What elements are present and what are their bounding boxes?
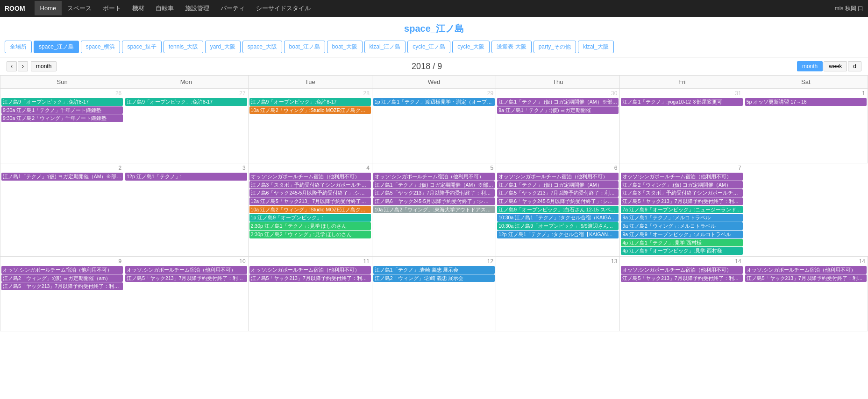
event-item[interactable]: 1p 江ノ島1「テクノ」渡辺様見学・測定（オープンピック・テクノ・ウィング） — [373, 98, 495, 106]
event-item[interactable]: オッソ:シンガポールチーム宿泊（他利用不可） — [373, 173, 495, 181]
event-item[interactable]: 10a 江ノ島2「ウィング」:Studio MOZE江ノ島クラス 10-11：3… — [249, 206, 371, 214]
event-item[interactable]: 江ノ島1「テクノ」:(仮) ヨガ定期開催（AM）※部屋変更可 — [373, 181, 495, 189]
day-number: 7 — [621, 164, 742, 173]
event-item[interactable]: オッソ:シンガポールチーム宿泊（他利用不可） — [621, 266, 742, 274]
event-item[interactable]: 9:30a 江ノ島1「テクノ」千年ノート鍛錬塾 — [1, 106, 123, 114]
next-button[interactable]: › — [18, 61, 28, 71]
event-item[interactable]: オッソ:シンガポールチーム宿泊（他利用不可） — [497, 173, 619, 181]
event-item[interactable]: オッソ:シンガポールチーム宿泊（他利用不可） — [125, 266, 247, 274]
event-item[interactable]: 江ノ島2「ウィング」:(仮) ヨガ定期開催（am） — [1, 274, 123, 282]
event-item[interactable]: 江ノ島1「テクノ」:yoga10-12 ※部屋変更可 — [621, 98, 742, 106]
event-item[interactable]: 江ノ島5「ヤック213」7月以降予約受付終了：利用不可（宿泊利用） — [497, 189, 619, 197]
event-item[interactable]: 江ノ島5「ヤック213」7月以降予約受付終了：利用不可 — [125, 274, 247, 282]
event-item[interactable]: 江ノ島1「テクノ」:(仮) ヨガ定期開催（AM）※部屋変更可 — [1, 173, 123, 181]
event-item[interactable]: 1p 江ノ島9「オープンピック」: — [249, 214, 371, 222]
event-item[interactable]: 10a 江ノ島2「ウィング」:Studio MOZE江ノ島クラス 10-11：3… — [249, 106, 371, 114]
view-btn-week[interactable]: week — [824, 61, 847, 71]
event-item[interactable]: 江ノ島9「オープンピック」:白石さん 12-15 スペースマーケット経由 — [497, 206, 619, 214]
nav-item-パーティ[interactable]: パーティ — [215, 1, 250, 15]
nav-item-自転車[interactable]: 自転車 — [150, 1, 179, 15]
event-item[interactable]: 2:30p 江ノ島2「ウィング」:見学 ほしのさん — [249, 231, 371, 238]
filter-tab-送迎表 大阪[interactable]: 送迎表 大阪 — [491, 41, 531, 53]
event-item[interactable]: 江ノ島2「ウィング」:岩崎 義忠 展示会 — [373, 274, 495, 282]
calendar-day: 6オッソ:シンガポールチーム宿泊（他利用不可）江ノ島1「テクノ」:(仮) ヨガ定… — [496, 163, 620, 257]
filter-tab-tennis_大阪[interactable]: tennis_大阪 — [164, 41, 203, 53]
nav-item-施設管理[interactable]: 施設管理 — [179, 1, 215, 15]
event-item[interactable]: 12a 江ノ島5「ヤック213」7月以降予約受付終了：利用不可（宿泊利用） — [249, 197, 371, 205]
event-item[interactable]: 江ノ島1「テクノ」:岩崎 義忠 展示会 — [373, 266, 495, 274]
event-item[interactable]: 江ノ島5「ヤック213」7月以降予約受付終了：利用不可 — [621, 274, 742, 282]
day-number: 14 — [621, 258, 742, 266]
event-item[interactable]: 江ノ島6「ヤック245-5月以降予約受付終了」:シンガポールチーム宿泊（他利用不… — [249, 189, 371, 197]
event-item[interactable]: 10:30a 江ノ島1「テクノ」:タクセル合宿（KAIGAN会議） — [497, 214, 619, 222]
event-item[interactable]: 江ノ島3「スタボ」予約受付終了シンガポールチーム宿泊（他利用不可） — [249, 181, 371, 189]
event-item[interactable]: 江ノ島1「テクノ」:(仮) ヨガ定期開催（AM）※部屋変更可 — [497, 98, 619, 106]
filter-tab-party_その他[interactable]: party_その他 — [534, 41, 576, 53]
filter-tab-boat_江ノ島[interactable]: boat_江ノ島 — [284, 41, 325, 53]
event-item[interactable]: 江ノ島2「ウィング」:(仮) ヨガ定期開催（AM） — [621, 181, 742, 189]
event-item[interactable]: オッソ:シンガポールチーム宿泊（他利用不可） — [1, 266, 123, 274]
day-number: 11 — [249, 258, 371, 266]
filter-tab-yard_大阪[interactable]: yard_大阪 — [205, 41, 241, 53]
calendar-day: 26江ノ島9「オープンピック」:免許8-179:30a 江ノ島1「テクノ」千年ノ… — [0, 89, 124, 163]
prev-button[interactable]: ‹ — [7, 61, 17, 71]
day-header-Sat: Sat — [744, 76, 868, 89]
event-item[interactable]: 10a 江ノ島2「ウィング」:東海大学アウトドアスポーツ実習 — [373, 206, 495, 214]
event-item[interactable]: 12p 江ノ島1「テクノ」:タクセル合宿【KAIGAN会議】 — [497, 231, 619, 238]
event-item[interactable]: 9:30a 江ノ島2「ウィング」千年ノート鍛錬塾 — [1, 114, 123, 122]
event-item[interactable]: 12p 江ノ島1「テクノ」: — [125, 173, 247, 181]
event-item[interactable]: オッソ:シンガポールチーム宿泊（他利用不可） — [621, 173, 742, 181]
filter-tab-cycle_大阪[interactable]: cycle_大阪 — [452, 41, 490, 53]
calendar-day: 4オッソ:シンガポールチーム宿泊（他利用不可）江ノ島3「スタボ」予約受付終了シン… — [248, 163, 372, 257]
event-item[interactable]: 9a 江ノ島2「ウィング」:メルコトラベル — [621, 222, 742, 230]
nav-item-機材[interactable]: 機材 — [127, 1, 150, 15]
day-number: 28 — [249, 90, 371, 98]
nav-item-スペース[interactable]: スペース — [62, 1, 97, 15]
filter-tab-kizai_大阪[interactable]: kizai_大阪 — [578, 41, 614, 53]
event-item[interactable]: 9a 江ノ島1「テクノ」:メルコトラベル — [621, 214, 742, 222]
event-item[interactable]: 7a 江ノ島9「オープンピック」:ニュージーランドセーリングチームヨガ — [621, 206, 742, 214]
event-item[interactable]: オッソ:シンガポールチーム宿泊（他利用不可） — [249, 173, 371, 181]
today-button[interactable]: month — [31, 61, 57, 71]
event-item[interactable]: 江ノ島5「ヤック213」7月以降予約受付終了：利用不可 — [1, 282, 123, 290]
event-item[interactable]: オッソ:シンガポールチーム宿泊（他利用不可） — [745, 266, 867, 274]
event-item[interactable]: オッソ:シンガポールチーム宿泊（他利用不可） — [249, 266, 371, 274]
filter-tab-space_逗子[interactable]: space_逗子 — [122, 41, 162, 53]
event-item[interactable]: 2:30p 江ノ島1「テクノ」:見学 ほしのさん — [249, 222, 371, 230]
event-item[interactable]: 江ノ島9「オープンピック」:免許8-17 — [249, 98, 371, 106]
event-item[interactable]: 江ノ島5「ヤック213」7月以降予約受付終了：利用不可（宿泊利用） — [249, 274, 371, 282]
filter-tab-space_横浜[interactable]: space_横浜 — [81, 41, 121, 53]
event-item[interactable]: 江ノ島5「ヤック213」7月以降予約受付終了：利用不可 — [745, 274, 867, 282]
event-item[interactable]: 江ノ島9「オープンピック」:免許8-17 — [1, 98, 123, 106]
calendar-toolbar: ‹ › month 2018 / 9 monthweekd — [0, 57, 868, 75]
event-item[interactable]: 江ノ島3「スタボ」予約受付終了シンガポールチーム宿泊（他利用不可） — [621, 189, 742, 197]
filter-tab-space_大阪[interactable]: space_大阪 — [242, 41, 282, 53]
calendar-day: 10オッソ:シンガポールチーム宿泊（他利用不可）江ノ島5「ヤック213」7月以降… — [124, 256, 248, 331]
event-item[interactable]: 江ノ島9「オープンピック」:免許8-17 — [125, 98, 247, 106]
view-btn-d[interactable]: d — [848, 61, 861, 71]
calendar-day: 291p 江ノ島1「テクノ」渡辺様見学・測定（オープンピック・テクノ・ウィング） — [372, 89, 496, 163]
event-item[interactable]: 4p 江ノ島9「オープンピック」:見学 西村様 — [621, 247, 742, 255]
view-btn-month[interactable]: month — [797, 61, 823, 71]
filter-tab-space_江ノ島[interactable]: space_江ノ島 — [34, 41, 79, 53]
event-item[interactable]: 9a 江ノ島1「テクノ」:(仮) ヨガ定期開催 — [497, 106, 619, 114]
filter-tabs: 全場所space_江ノ島space_横浜space_逗子tennis_大阪yar… — [0, 39, 868, 57]
view-buttons: monthweekd — [797, 61, 861, 71]
filter-tab-kizai_江ノ島[interactable]: kizai_江ノ島 — [364, 41, 406, 53]
event-item[interactable]: 江ノ島1「テクノ」:(仮) ヨガ定期開催（AM） — [497, 181, 619, 189]
event-item[interactable]: 江ノ島6「ヤック245-5月以降予約受付終了」:シンガポールチーム宿泊（他利用不… — [373, 197, 495, 205]
nav-item-ボート[interactable]: ボート — [97, 1, 127, 15]
filter-tab-全場所[interactable]: 全場所 — [5, 41, 32, 53]
event-item[interactable]: 江ノ島5「ヤック213」7月以降予約受付終了：利用不可（宿泊利用） — [621, 197, 742, 205]
event-item[interactable]: 9a 江ノ島9「オープンピック」:メルコトラベル — [621, 231, 742, 238]
nav-item-Home[interactable]: Home — [35, 1, 62, 15]
event-item[interactable]: 10:30a 江ノ島9「オープンピック」:9/9渡辺さん見学 — [497, 222, 619, 230]
filter-tab-boat_大阪[interactable]: boat_大阪 — [327, 41, 363, 53]
nav-item-シーサイドスタイル[interactable]: シーサイドスタイル — [250, 1, 316, 15]
day-number: 26 — [1, 90, 123, 98]
event-item[interactable]: 江ノ島5「ヤック213」7月以降予約受付終了：利用不可（宿泊利用） — [373, 189, 495, 197]
event-item[interactable]: 5p オッソ更新講習 17～16 — [745, 98, 867, 106]
filter-tab-cycle_江ノ島[interactable]: cycle_江ノ島 — [407, 41, 450, 53]
event-item[interactable]: 江ノ島6「ヤック245-5月以降予約受付終了」:シンガポールチーム宿泊（他利用不… — [497, 197, 619, 205]
event-item[interactable]: 4p 江ノ島1「テクノ」:見学 西村様 — [621, 239, 742, 247]
